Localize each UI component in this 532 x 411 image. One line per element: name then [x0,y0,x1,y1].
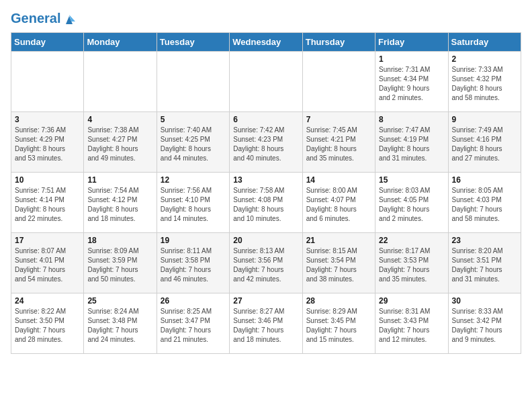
day-number: 18 [87,236,152,245]
day-cell: 24Sunrise: 8:22 AM Sunset: 3:50 PM Dayli… [11,293,84,353]
day-cell: 17Sunrise: 8:07 AM Sunset: 4:01 PM Dayli… [11,232,84,293]
day-info: Sunrise: 8:13 AM Sunset: 3:56 PM Dayligh… [233,246,298,284]
day-info: Sunrise: 7:58 AM Sunset: 4:08 PM Dayligh… [233,186,298,224]
day-cell: 25Sunrise: 8:24 AM Sunset: 3:48 PM Dayli… [84,293,157,353]
logo: General [11,11,77,27]
day-number: 19 [161,236,226,245]
day-info: Sunrise: 8:03 AM Sunset: 4:05 PM Dayligh… [379,186,444,224]
day-number: 14 [306,175,371,185]
col-header-friday: Friday [375,32,448,51]
day-info: Sunrise: 8:33 AM Sunset: 3:42 PM Dayligh… [452,307,517,345]
day-number: 17 [15,236,80,245]
day-cell: 14Sunrise: 8:00 AM Sunset: 4:07 PM Dayli… [302,172,375,232]
day-cell: 7Sunrise: 7:45 AM Sunset: 4:21 PM Daylig… [302,111,375,172]
col-header-thursday: Thursday [302,32,375,51]
day-cell [157,51,229,111]
day-info: Sunrise: 8:29 AM Sunset: 3:45 PM Dayligh… [306,307,371,345]
day-cell [11,51,84,111]
day-cell: 8Sunrise: 7:47 AM Sunset: 4:19 PM Daylig… [375,111,448,172]
day-cell [230,51,302,111]
col-header-saturday: Saturday [448,32,521,51]
col-header-tuesday: Tuesday [157,32,229,51]
calendar-table: SundayMondayTuesdayWednesdayThursdayFrid… [11,32,521,354]
day-number: 10 [15,175,80,185]
day-cell [302,51,375,111]
day-number: 22 [379,236,444,245]
day-number: 21 [306,236,371,245]
day-cell: 27Sunrise: 8:27 AM Sunset: 3:46 PM Dayli… [230,293,302,353]
day-info: Sunrise: 8:31 AM Sunset: 3:43 PM Dayligh… [379,307,444,345]
day-number: 24 [15,296,80,306]
day-cell: 19Sunrise: 8:11 AM Sunset: 3:58 PM Dayli… [157,232,229,293]
day-cell: 23Sunrise: 8:20 AM Sunset: 3:51 PM Dayli… [448,232,521,293]
day-info: Sunrise: 8:24 AM Sunset: 3:48 PM Dayligh… [87,307,152,345]
day-number: 1 [379,54,444,64]
page-header: General [11,11,521,27]
day-number: 5 [161,115,226,124]
day-cell: 3Sunrise: 7:36 AM Sunset: 4:29 PM Daylig… [11,111,84,172]
day-number: 23 [452,236,517,245]
day-info: Sunrise: 7:54 AM Sunset: 4:12 PM Dayligh… [87,186,152,224]
day-info: Sunrise: 8:00 AM Sunset: 4:07 PM Dayligh… [306,186,371,224]
day-cell: 30Sunrise: 8:33 AM Sunset: 3:42 PM Dayli… [448,293,521,353]
day-cell: 4Sunrise: 7:38 AM Sunset: 4:27 PM Daylig… [84,111,157,172]
day-number: 20 [233,236,298,245]
day-info: Sunrise: 7:51 AM Sunset: 4:14 PM Dayligh… [15,186,80,224]
col-header-sunday: Sunday [11,32,84,51]
day-info: Sunrise: 8:11 AM Sunset: 3:58 PM Dayligh… [161,246,226,284]
day-info: Sunrise: 7:45 AM Sunset: 4:21 PM Dayligh… [306,126,371,163]
week-row-1: 1Sunrise: 7:31 AM Sunset: 4:34 PM Daylig… [11,51,521,111]
day-info: Sunrise: 7:31 AM Sunset: 4:34 PM Dayligh… [379,65,444,103]
day-cell: 15Sunrise: 8:03 AM Sunset: 4:05 PM Dayli… [375,172,448,232]
week-row-3: 10Sunrise: 7:51 AM Sunset: 4:14 PM Dayli… [11,172,521,232]
day-number: 13 [233,175,298,185]
day-info: Sunrise: 8:25 AM Sunset: 3:47 PM Dayligh… [161,307,226,345]
day-cell: 22Sunrise: 8:17 AM Sunset: 3:53 PM Dayli… [375,232,448,293]
day-info: Sunrise: 7:33 AM Sunset: 4:32 PM Dayligh… [452,65,517,103]
logo-text: General [11,11,77,27]
day-number: 25 [87,296,152,306]
day-info: Sunrise: 7:56 AM Sunset: 4:10 PM Dayligh… [161,186,226,224]
day-number: 29 [379,296,444,306]
week-row-2: 3Sunrise: 7:36 AM Sunset: 4:29 PM Daylig… [11,111,521,172]
day-info: Sunrise: 7:38 AM Sunset: 4:27 PM Dayligh… [87,126,152,163]
day-info: Sunrise: 8:09 AM Sunset: 3:59 PM Dayligh… [87,246,152,284]
day-info: Sunrise: 7:40 AM Sunset: 4:25 PM Dayligh… [161,126,226,163]
day-info: Sunrise: 7:42 AM Sunset: 4:23 PM Dayligh… [233,126,298,163]
day-number: 7 [306,115,371,124]
day-cell: 26Sunrise: 8:25 AM Sunset: 3:47 PM Dayli… [157,293,229,353]
day-info: Sunrise: 8:07 AM Sunset: 4:01 PM Dayligh… [15,246,80,284]
day-cell: 13Sunrise: 7:58 AM Sunset: 4:08 PM Dayli… [230,172,302,232]
day-number: 27 [233,296,298,306]
week-row-4: 17Sunrise: 8:07 AM Sunset: 4:01 PM Dayli… [11,232,521,293]
day-info: Sunrise: 8:17 AM Sunset: 3:53 PM Dayligh… [379,246,444,284]
col-header-wednesday: Wednesday [230,32,302,51]
logo-icon [62,12,77,27]
day-cell: 5Sunrise: 7:40 AM Sunset: 4:25 PM Daylig… [157,111,229,172]
day-cell: 2Sunrise: 7:33 AM Sunset: 4:32 PM Daylig… [448,51,521,111]
day-cell: 29Sunrise: 8:31 AM Sunset: 3:43 PM Dayli… [375,293,448,353]
day-cell: 11Sunrise: 7:54 AM Sunset: 4:12 PM Dayli… [84,172,157,232]
day-cell: 21Sunrise: 8:15 AM Sunset: 3:54 PM Dayli… [302,232,375,293]
day-info: Sunrise: 8:05 AM Sunset: 4:03 PM Dayligh… [452,186,517,224]
day-number: 3 [15,115,80,124]
day-cell: 6Sunrise: 7:42 AM Sunset: 4:23 PM Daylig… [230,111,302,172]
day-number: 12 [161,175,226,185]
day-cell: 28Sunrise: 8:29 AM Sunset: 3:45 PM Dayli… [302,293,375,353]
day-cell: 16Sunrise: 8:05 AM Sunset: 4:03 PM Dayli… [448,172,521,232]
day-info: Sunrise: 7:36 AM Sunset: 4:29 PM Dayligh… [15,126,80,163]
day-number: 16 [452,175,517,185]
day-info: Sunrise: 7:49 AM Sunset: 4:16 PM Dayligh… [452,126,517,163]
day-cell: 10Sunrise: 7:51 AM Sunset: 4:14 PM Dayli… [11,172,84,232]
day-number: 28 [306,296,371,306]
day-number: 8 [379,115,444,124]
day-info: Sunrise: 8:20 AM Sunset: 3:51 PM Dayligh… [452,246,517,284]
day-cell: 12Sunrise: 7:56 AM Sunset: 4:10 PM Dayli… [157,172,229,232]
day-number: 15 [379,175,444,185]
day-cell: 1Sunrise: 7:31 AM Sunset: 4:34 PM Daylig… [375,51,448,111]
day-cell: 18Sunrise: 8:09 AM Sunset: 3:59 PM Dayli… [84,232,157,293]
day-number: 26 [161,296,226,306]
day-cell: 20Sunrise: 8:13 AM Sunset: 3:56 PM Dayli… [230,232,302,293]
day-number: 6 [233,115,298,124]
day-info: Sunrise: 8:15 AM Sunset: 3:54 PM Dayligh… [306,246,371,284]
